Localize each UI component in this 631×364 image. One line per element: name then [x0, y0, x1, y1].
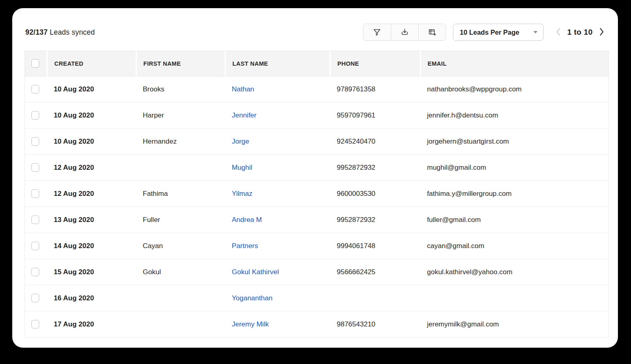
- phone-cell: 9600003530: [330, 181, 421, 207]
- per-page-label: 10 Leads Per Page: [460, 29, 520, 36]
- table-row: 14 Aug 2020 Cayan Partners 9994061748 ca…: [25, 233, 609, 259]
- table-row: 12 Aug 2020 Fathima Yilmaz 9600003530 fa…: [25, 181, 609, 207]
- last-name-link[interactable]: Andrea M: [225, 207, 330, 233]
- first-name-cell: Fathima: [136, 181, 225, 207]
- row-checkbox[interactable]: [31, 137, 39, 146]
- first-name-cell: Brooks: [136, 76, 225, 102]
- per-page-dropdown[interactable]: 10 Leads Per Page: [453, 24, 544, 41]
- column-header-last-name: LAST NAME: [225, 51, 330, 76]
- last-name-link[interactable]: Mughil: [225, 155, 330, 181]
- row-checkbox[interactable]: [31, 189, 39, 198]
- email-cell: jeremymilk@gmail.com: [421, 311, 609, 337]
- row-checkbox[interactable]: [31, 215, 39, 224]
- row-checkbox[interactable]: [31, 320, 39, 328]
- row-checkbox[interactable]: [31, 111, 39, 120]
- phone-cell: 9789761358: [330, 76, 421, 102]
- chevron-right-icon: [598, 27, 606, 38]
- created-cell: 10 Aug 2020: [47, 76, 136, 102]
- page-range: 1 to 10: [567, 28, 593, 37]
- prev-page-button[interactable]: [553, 26, 563, 39]
- table-row: 10 Aug 2020 Hernandez Jorge 9245240470 j…: [25, 129, 609, 155]
- manage-columns-button[interactable]: [418, 24, 446, 40]
- row-checkbox[interactable]: [31, 268, 39, 276]
- synced-label: Leads synced: [48, 28, 95, 36]
- table-row: 12 Aug 2020 Mughil 9952872932 mughil@gma…: [25, 155, 609, 181]
- last-name-link[interactable]: Gokul Kathirvel: [225, 259, 330, 285]
- phone-cell: 9952872932: [330, 155, 421, 181]
- pagination: 1 to 10: [553, 26, 606, 39]
- last-name-link[interactable]: Jorge: [225, 129, 330, 155]
- select-all-checkbox[interactable]: [31, 59, 39, 68]
- table-header-row: CREATED FIRST NAME LAST NAME PHONE EMAIL: [25, 51, 609, 76]
- column-header-created: CREATED: [47, 51, 136, 76]
- last-name-link[interactable]: Yogananthan: [225, 285, 330, 311]
- phone-cell: 9952872932: [330, 207, 421, 233]
- phone-cell: 9994061748: [330, 233, 421, 259]
- chevron-left-icon: [554, 27, 562, 38]
- email-cell: cayan@gmail.com: [421, 233, 609, 259]
- last-name-link[interactable]: Yilmaz: [225, 181, 330, 207]
- first-name-cell: [136, 155, 225, 181]
- created-cell: 15 Aug 2020: [47, 259, 136, 285]
- table-row: 10 Aug 2020 Harper Jennifer 9597097961 j…: [25, 102, 609, 129]
- email-cell: fuller@gmail.com: [421, 207, 609, 233]
- phone-cell: 9566662425: [330, 259, 421, 285]
- funnel-icon: [372, 28, 381, 37]
- download-icon: [400, 28, 409, 37]
- email-cell: [421, 285, 609, 311]
- created-cell: 17 Aug 2020: [47, 311, 136, 337]
- email-cell: mughil@gmail.com: [421, 155, 609, 181]
- leads-table-wrap: CREATED FIRST NAME LAST NAME PHONE EMAIL…: [25, 51, 608, 337]
- first-name-cell: Harper: [136, 102, 225, 129]
- export-button[interactable]: [391, 24, 418, 40]
- toolbar-button-group: [363, 24, 446, 41]
- email-cell: gokul.kathirvel@yahoo.com: [421, 259, 609, 285]
- first-name-cell: [136, 285, 225, 311]
- next-page-button[interactable]: [597, 26, 606, 39]
- table-row: 10 Aug 2020 Brooks Nathan 9789761358 nat…: [25, 76, 609, 102]
- created-cell: 12 Aug 2020: [47, 181, 136, 207]
- row-checkbox[interactable]: [31, 85, 39, 93]
- table-row: 15 Aug 2020 Gokul Gokul Kathirvel 956666…: [25, 259, 609, 285]
- toolbar-controls: 10 Leads Per Page 1 to 10: [363, 24, 606, 41]
- last-name-link[interactable]: Partners: [225, 233, 330, 259]
- created-cell: 10 Aug 2020: [47, 129, 136, 155]
- last-name-link[interactable]: Jeremy Milk: [225, 311, 330, 337]
- first-name-cell: Fuller: [136, 207, 225, 233]
- last-name-link[interactable]: Nathan: [225, 76, 330, 102]
- created-cell: 13 Aug 2020: [47, 207, 136, 233]
- row-checkbox[interactable]: [31, 294, 39, 302]
- column-header-first-name: FIRST NAME: [136, 51, 225, 76]
- column-header-email: EMAIL: [421, 51, 609, 76]
- table-row: 16 Aug 2020 Yogananthan: [25, 285, 609, 311]
- email-cell: nathanbrooks@wppgroup.com: [421, 76, 609, 102]
- row-checkbox[interactable]: [31, 163, 39, 172]
- created-cell: 16 Aug 2020: [47, 285, 136, 311]
- table-add-icon: [428, 28, 437, 37]
- phone-cell: 9876543210: [330, 311, 421, 337]
- synced-status: 92/137 Leads synced: [25, 28, 95, 37]
- first-name-cell: Gokul: [136, 259, 225, 285]
- leads-table: CREATED FIRST NAME LAST NAME PHONE EMAIL…: [25, 51, 609, 337]
- first-name-cell: Cayan: [136, 233, 225, 259]
- email-cell: fathima.y@millergroup.com: [421, 181, 609, 207]
- chevron-down-icon: [533, 31, 537, 33]
- synced-count: 92/137: [25, 28, 48, 36]
- table-row: 13 Aug 2020 Fuller Andrea M 9952872932 f…: [25, 207, 609, 233]
- last-name-link[interactable]: Jennifer: [225, 102, 330, 129]
- first-name-cell: Hernandez: [136, 129, 225, 155]
- email-cell: jorgehern@stuartgirst.com: [421, 129, 609, 155]
- column-header-phone: PHONE: [330, 51, 421, 76]
- phone-cell: 9597097961: [330, 102, 421, 129]
- first-name-cell: [136, 311, 225, 337]
- created-cell: 14 Aug 2020: [47, 233, 136, 259]
- filter-button[interactable]: [363, 24, 391, 40]
- email-cell: jennifer.h@dentsu.com: [421, 102, 609, 129]
- created-cell: 12 Aug 2020: [47, 155, 136, 181]
- row-checkbox[interactable]: [31, 242, 39, 250]
- topbar: 92/137 Leads synced: [12, 8, 618, 51]
- created-cell: 10 Aug 2020: [47, 102, 136, 129]
- table-row: 17 Aug 2020 Jeremy Milk 9876543210 jerem…: [25, 311, 609, 337]
- phone-cell: 9245240470: [330, 129, 421, 155]
- phone-cell: [330, 285, 421, 311]
